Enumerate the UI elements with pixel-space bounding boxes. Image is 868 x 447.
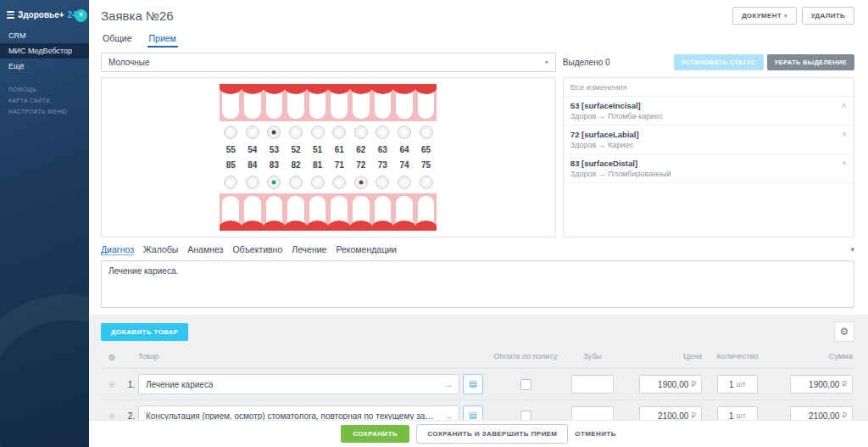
tooth-number-71[interactable]: 71 xyxy=(328,160,350,170)
tooth-occlusal-icon-63[interactable] xyxy=(376,126,389,139)
tooth-graphic-51[interactable] xyxy=(307,84,329,121)
policy-checkbox[interactable] xyxy=(520,379,531,390)
policy-checkbox[interactable] xyxy=(520,411,531,421)
remove-change-icon[interactable]: × xyxy=(842,130,847,138)
tooth-graphic-64[interactable] xyxy=(393,84,415,121)
tooth-occlusal-icon-51[interactable] xyxy=(311,126,325,139)
tooth-number-65[interactable]: 65 xyxy=(415,145,437,154)
tooth-graphic-82[interactable] xyxy=(285,193,307,231)
tooth-graphic-73[interactable] xyxy=(372,193,394,231)
tooth-occlusal-icon-75[interactable] xyxy=(420,176,433,189)
sidebar-item-crm[interactable]: CRM xyxy=(0,28,89,43)
quantity-input[interactable]: 1шт xyxy=(717,375,758,394)
tooth-graphic-63[interactable] xyxy=(372,84,394,121)
tooth-number-83[interactable]: 83 xyxy=(264,160,286,170)
sidebar-link-sitemap[interactable]: КАРТА САЙТА xyxy=(0,95,89,106)
tooth-occlusal-icon-71[interactable] xyxy=(332,176,346,189)
tooth-number-54[interactable]: 54 xyxy=(242,145,264,154)
tooth-number-64[interactable]: 64 xyxy=(393,145,415,154)
tooth-number-73[interactable]: 73 xyxy=(372,160,394,170)
tooth-occlusal-icon-62[interactable] xyxy=(354,126,368,139)
sum-input[interactable]: 1900,00₽ xyxy=(790,375,853,394)
tooth-occlusal-icon-81[interactable] xyxy=(311,176,325,189)
note-tab-anamnesis[interactable]: Анамнез xyxy=(187,244,223,255)
tooth-graphic-83[interactable] xyxy=(264,193,286,231)
tooth-graphic-85[interactable] xyxy=(220,193,242,231)
sum-input[interactable]: 2100,00₽ xyxy=(790,406,853,420)
tooth-graphic-75[interactable] xyxy=(415,193,437,231)
tooth-number-84[interactable]: 84 xyxy=(242,160,264,170)
note-tab-complaints[interactable]: Жалобы xyxy=(143,244,178,255)
tooth-graphic-52[interactable] xyxy=(285,84,307,121)
collapse-section-icon[interactable]: ▾ xyxy=(850,245,854,254)
note-tab-recommendations[interactable]: Рекомендации xyxy=(336,244,397,255)
tooth-graphic-84[interactable] xyxy=(242,193,264,231)
note-tab-diagnosis[interactable]: Диагноз xyxy=(101,244,134,255)
tooth-graphic-54[interactable] xyxy=(242,84,264,121)
tooth-number-72[interactable]: 72 xyxy=(350,160,372,170)
cancel-button[interactable]: ОТМЕНИТЬ xyxy=(575,430,615,438)
tooth-occlusal-icon-82[interactable] xyxy=(289,176,303,189)
tooth-graphic-55[interactable] xyxy=(220,84,242,121)
tooth-occlusal-icon-53[interactable] xyxy=(267,126,281,139)
catalog-select-button[interactable]: ▤ xyxy=(463,374,483,394)
tooth-number-53[interactable]: 53 xyxy=(264,145,286,154)
tooth-number-62[interactable]: 62 xyxy=(350,145,372,154)
remove-change-icon[interactable]: × xyxy=(842,101,847,109)
drag-handle-icon[interactable]: ≡ xyxy=(101,411,123,420)
tooth-occlusal-icon-61[interactable] xyxy=(332,126,346,139)
tooth-number-52[interactable]: 52 xyxy=(285,145,307,154)
set-status-button[interactable]: УСТАНОВИТЬ СТАТУС xyxy=(674,54,764,70)
tooth-number-61[interactable]: 61 xyxy=(328,145,350,154)
settings-button[interactable]: ⚙ xyxy=(834,321,854,342)
tooth-number-82[interactable]: 82 xyxy=(285,160,307,170)
tooth-number-75[interactable]: 75 xyxy=(415,160,437,170)
tooth-occlusal-icon-84[interactable] xyxy=(246,176,259,189)
add-product-button[interactable]: ДОБАВИТЬ ТОВАР xyxy=(101,323,188,341)
open-product-icon[interactable]: → xyxy=(444,411,453,420)
catalog-select-button[interactable]: ▤ xyxy=(463,405,483,420)
teeth-type-select[interactable]: Молочные ▾ xyxy=(101,53,556,72)
sidebar-collapse-icon[interactable]: × xyxy=(75,9,87,22)
tooth-occlusal-icon-52[interactable] xyxy=(289,126,303,139)
delete-button[interactable]: УДАЛИТЬ xyxy=(802,7,854,25)
tooth-number-55[interactable]: 55 xyxy=(220,145,242,154)
tooth-graphic-61[interactable] xyxy=(328,84,350,121)
price-input[interactable]: 2100,00₽ xyxy=(639,406,702,420)
sidebar-item-mis-medvebstor[interactable]: МИС МедВебстор xyxy=(0,43,89,59)
remove-change-icon[interactable]: × xyxy=(842,159,847,167)
tooth-number-63[interactable]: 63 xyxy=(372,145,394,154)
tooth-graphic-71[interactable] xyxy=(328,193,350,231)
tooth-occlusal-icon-64[interactable] xyxy=(398,126,411,139)
tooth-occlusal-icon-83[interactable] xyxy=(267,176,281,189)
save-finish-button[interactable]: СОХРАНИТЬ И ЗАВЕРШИТЬ ПРИЕМ xyxy=(416,424,568,444)
tooth-occlusal-icon-54[interactable] xyxy=(246,126,259,139)
product-name-input[interactable]: Лечение кариеса→ xyxy=(138,374,459,394)
open-product-icon[interactable]: → xyxy=(444,379,453,389)
tooth-graphic-62[interactable] xyxy=(350,84,372,121)
note-tab-objective[interactable]: Объективно xyxy=(232,244,282,255)
product-name-input[interactable]: Консультация (прием, осмотр) стоматолога… xyxy=(138,405,459,420)
quantity-input[interactable]: 1шт xyxy=(717,406,758,420)
document-button[interactable]: ДОКУМЕНТ▾ xyxy=(732,7,797,25)
grid-settings-gear-icon[interactable]: ⚙ xyxy=(108,353,116,362)
tooth-number-51[interactable]: 51 xyxy=(307,145,329,154)
tooth-number-74[interactable]: 74 xyxy=(393,160,415,170)
tooth-number-85[interactable]: 85 xyxy=(220,160,242,170)
tooth-graphic-53[interactable] xyxy=(264,84,286,121)
save-button[interactable]: СОХРАНИТЬ xyxy=(341,425,409,443)
sidebar-item-more[interactable]: Ещё xyxy=(0,59,89,74)
tab-appointment[interactable]: Прием xyxy=(147,33,178,47)
sidebar-link-menu-settings[interactable]: НАСТРОИТЬ МЕНЮ xyxy=(0,106,89,117)
tooth-occlusal-icon-85[interactable] xyxy=(224,176,237,189)
clear-selection-button[interactable]: УБРАТЬ ВЫДЕЛЕНИЕ xyxy=(767,54,854,70)
tab-general[interactable]: Общие xyxy=(101,33,134,47)
tooth-occlusal-icon-55[interactable] xyxy=(224,126,237,139)
tooth-graphic-72[interactable] xyxy=(350,193,372,231)
tooth-occlusal-icon-73[interactable] xyxy=(376,176,389,189)
teeth-input[interactable] xyxy=(571,375,614,394)
tooth-graphic-65[interactable] xyxy=(415,84,437,121)
teeth-input[interactable] xyxy=(571,406,614,420)
tooth-graphic-81[interactable] xyxy=(307,193,329,231)
price-input[interactable]: 1900,00₽ xyxy=(639,375,702,394)
